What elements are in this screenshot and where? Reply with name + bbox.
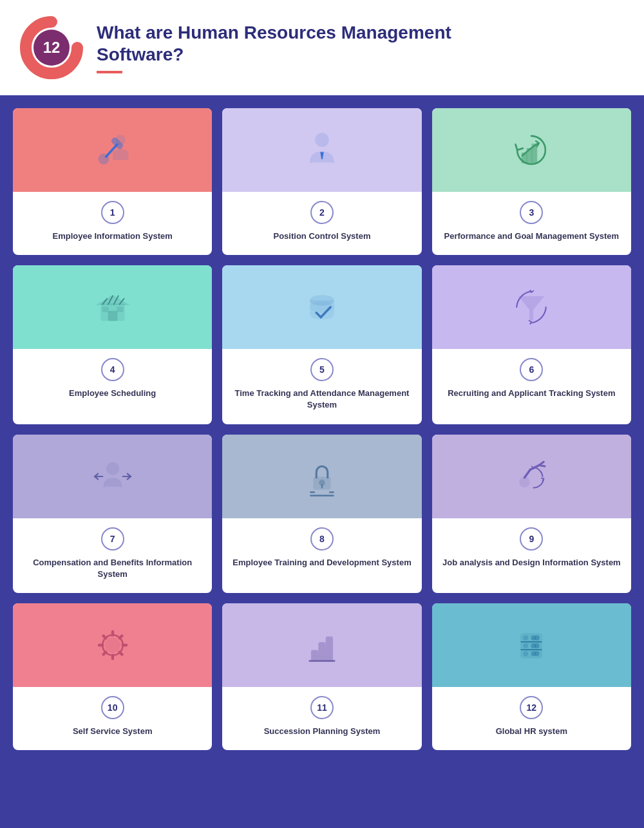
card-number-badge-9: 9 (520, 527, 543, 550)
card-number-badge-10: 10 (101, 696, 124, 719)
card-label-7: Compensation and Benefits Information Sy… (13, 557, 212, 580)
svg-point-51 (532, 636, 535, 639)
card-icon-area-8 (222, 435, 421, 518)
card-icon-area-10 (13, 603, 212, 687)
svg-line-29 (525, 469, 531, 477)
svg-point-33 (106, 638, 119, 652)
card-5: 5Time Tracking and Attendance Management… (222, 265, 421, 424)
card-number-badge-3: 3 (520, 201, 543, 224)
page-title: What are Human Resources Management Soft… (97, 22, 451, 65)
card-label-4: Employee Scheduling (62, 388, 162, 399)
card-3: 3Performance and Goal Management System (432, 108, 631, 255)
card-icon-area-5 (222, 265, 421, 349)
card-icon-area-4 (13, 265, 212, 349)
card-2: 2Position Control System (222, 108, 421, 255)
svg-point-19 (107, 463, 118, 475)
card-label-8: Employee Training and Development System (226, 557, 417, 569)
svg-point-55 (532, 652, 535, 655)
svg-rect-43 (312, 651, 317, 661)
card-icon-area-1 (13, 108, 212, 192)
svg-point-2 (99, 155, 108, 164)
card-9: 9Job analysis and Design Information Sys… (432, 435, 631, 593)
svg-point-56 (524, 636, 527, 639)
card-number-badge-6: 6 (520, 358, 543, 381)
card-1: 1Employee Information System (13, 108, 212, 255)
svg-text:12: 12 (43, 39, 61, 56)
svg-rect-14 (109, 312, 117, 320)
svg-point-5 (316, 134, 328, 146)
card-number-badge-11: 11 (310, 696, 334, 719)
card-icon-area-11 (222, 603, 421, 687)
card-label-2: Position Control System (267, 231, 377, 242)
card-label-11: Succession Planning System (258, 726, 387, 737)
card-number-badge-5: 5 (310, 358, 334, 381)
card-label-3: Performance and Goal Management System (438, 231, 626, 242)
svg-rect-44 (319, 643, 325, 661)
header: 12 What are Human Resources Management S… (0, 0, 644, 95)
cards-grid: 1Employee Information System 2Position C… (0, 95, 644, 763)
card-icon-area-9 (432, 435, 631, 518)
card-number-badge-8: 8 (310, 527, 334, 550)
card-12: 12Global HR system (432, 603, 631, 750)
svg-point-28 (520, 477, 529, 486)
card-icon-area-3 (432, 108, 631, 192)
card-icon-area-6 (432, 265, 631, 349)
svg-rect-45 (327, 637, 332, 661)
card-number-badge-1: 1 (101, 201, 124, 224)
card-number-badge-7: 7 (101, 527, 124, 550)
card-6: 6Recruiting and Applicant Tracking Syste… (432, 265, 631, 424)
svg-point-58 (524, 652, 527, 655)
header-text: What are Human Resources Management Soft… (97, 22, 451, 73)
card-10: 10Self Service System (13, 603, 212, 750)
svg-rect-15 (102, 307, 108, 312)
svg-point-53 (532, 644, 535, 647)
svg-rect-16 (117, 307, 123, 312)
card-icon-area-2 (222, 108, 421, 192)
card-4: 4Employee Scheduling (13, 265, 212, 424)
logo: 12 (19, 15, 84, 80)
title-underline (97, 71, 122, 73)
card-icon-area-12 (432, 603, 631, 687)
svg-point-57 (524, 644, 527, 647)
card-label-12: Global HR system (489, 726, 574, 737)
card-label-6: Recruiting and Applicant Tracking System (441, 388, 621, 399)
card-label-9: Job analysis and Design Information Syst… (436, 557, 627, 569)
card-number-badge-2: 2 (310, 201, 334, 224)
card-8: 8Employee Training and Development Syste… (222, 435, 421, 593)
card-label-1: Employee Information System (46, 231, 178, 242)
card-label-5: Time Tracking and Attendance Management … (222, 388, 421, 411)
card-label-10: Self Service System (66, 726, 159, 737)
card-11: 11Succession Planning System (222, 603, 421, 750)
svg-line-32 (540, 465, 545, 466)
card-number-badge-12: 12 (520, 696, 543, 719)
card-number-badge-4: 4 (101, 358, 124, 381)
card-7: 7Compensation and Benefits Information S… (13, 435, 212, 593)
card-icon-area-7 (13, 435, 212, 518)
